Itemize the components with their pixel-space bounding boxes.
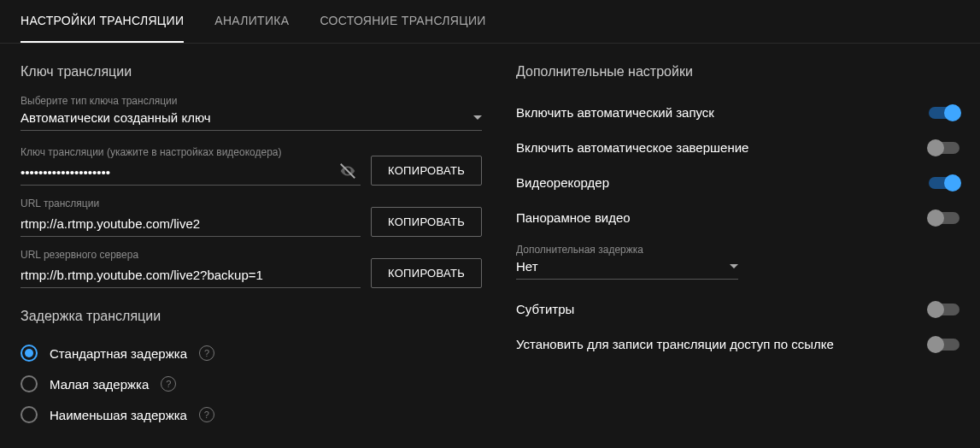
stream-key-input[interactable] — [21, 162, 361, 186]
radio-icon — [21, 406, 38, 423]
extra-delay-select[interactable]: Нет — [516, 259, 738, 280]
tab-stream-settings[interactable]: НАСТРОЙКИ ТРАНСЛЯЦИИ — [21, 0, 184, 43]
tab-analytics[interactable]: АНАЛИТИКА — [214, 0, 289, 43]
latency-option-ultra-low[interactable]: Наименьшая задержка ? — [21, 399, 482, 430]
key-type-select[interactable]: Автоматически созданный ключ — [21, 110, 482, 131]
key-type-label: Выберите тип ключа трансляции — [21, 95, 482, 107]
stream-key-field-label: Ключ трансляции (укажите в настройках ви… — [21, 146, 361, 158]
radio-icon — [21, 375, 38, 392]
dvr-label: Видеорекордер — [516, 175, 609, 190]
tab-stream-health[interactable]: СОСТОЯНИЕ ТРАНСЛЯЦИИ — [320, 0, 485, 43]
help-icon[interactable]: ? — [161, 376, 176, 392]
latency-option-label: Стандартная задержка — [50, 346, 187, 361]
auto-start-toggle[interactable] — [929, 107, 959, 119]
stream-url-label: URL трансляции — [21, 197, 361, 209]
chevron-down-icon — [730, 264, 738, 268]
latency-title: Задержка трансляции — [21, 309, 482, 324]
stream-url-input[interactable] — [21, 213, 361, 237]
help-icon[interactable]: ? — [199, 407, 214, 422]
latency-option-label: Наименьшая задержка — [50, 408, 187, 422]
latency-option-label: Малая задержка — [50, 377, 149, 392]
extra-delay-value: Нет — [516, 259, 538, 274]
key-type-value: Автоматически созданный ключ — [21, 110, 211, 125]
auto-stop-label: Включить автоматическое завершение — [516, 140, 748, 155]
pano-label: Панорамное видео — [516, 210, 631, 225]
latency-option-normal[interactable]: Стандартная задержка ? — [21, 338, 482, 368]
captions-toggle[interactable] — [929, 304, 959, 315]
visibility-off-icon[interactable] — [338, 162, 357, 180]
additional-settings-title: Дополнительные настройки — [516, 64, 959, 80]
help-icon[interactable]: ? — [199, 345, 214, 361]
dvr-toggle[interactable] — [929, 177, 959, 189]
latency-option-low[interactable]: Малая задержка ? — [21, 368, 482, 399]
backup-url-input[interactable] — [21, 264, 361, 288]
auto-start-label: Включить автоматический запуск — [516, 105, 714, 120]
extra-delay-label: Дополнительная задержка — [516, 244, 738, 256]
tabs-bar: НАСТРОЙКИ ТРАНСЛЯЦИИ АНАЛИТИКА СОСТОЯНИЕ… — [0, 0, 980, 44]
stream-key-title: Ключ трансляции — [21, 64, 482, 80]
unlisted-label: Установить для записи трансляции доступ … — [516, 337, 834, 351]
pano-toggle[interactable] — [929, 212, 959, 224]
copy-stream-url-button[interactable]: КОПИРОВАТЬ — [371, 207, 482, 237]
copy-stream-key-button[interactable]: КОПИРОВАТЬ — [371, 156, 482, 186]
captions-label: Субтитры — [516, 302, 574, 316]
auto-stop-toggle[interactable] — [929, 142, 959, 154]
unlisted-toggle[interactable] — [929, 339, 959, 351]
backup-url-label: URL резервного сервера — [21, 249, 361, 261]
copy-backup-url-button[interactable]: КОПИРОВАТЬ — [371, 258, 482, 288]
radio-icon — [21, 345, 38, 362]
chevron-down-icon — [473, 115, 482, 120]
